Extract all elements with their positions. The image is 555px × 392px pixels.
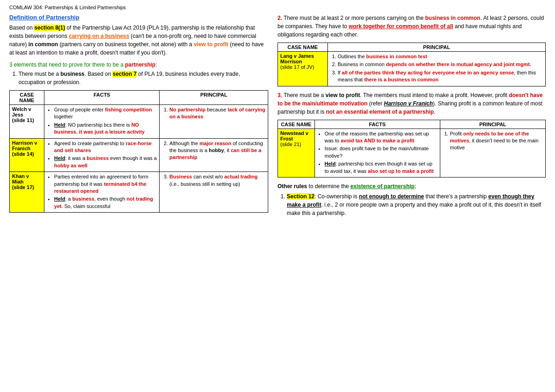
newstead-cell: Newstead v Frost(slide 21)	[278, 129, 315, 177]
principal-cell: No partnership because lack of carrying …	[160, 105, 268, 139]
other-rules-section: Other rules to determine the existence o…	[278, 182, 546, 217]
col-header-case-r: CASE NAME	[278, 43, 328, 52]
business-word: business	[61, 71, 85, 77]
business-in-common: business in common	[425, 15, 480, 21]
terminated: terminated b4 the restaurant opened	[54, 181, 146, 194]
bic-result: there is a business in common	[364, 77, 438, 82]
table-row: Newstead v Frost(slide 21) One of the re…	[278, 129, 546, 177]
case-name-cell: Welch v Jess(slide 11)	[10, 105, 44, 139]
hobby: hobby as well	[54, 163, 87, 168]
case-lang-cell: Lang v James Morrison(slide 17 of JV)	[278, 52, 328, 86]
not-trading: not trading yet	[54, 196, 153, 208]
col-header-principal-r: PRINCIPAL	[327, 43, 545, 52]
table-row: Welch v Jess(slide 11) Group of people e…	[10, 105, 268, 139]
page-title: COMLAW 304: Partnerships & Limited Partn…	[9, 5, 546, 10]
col-header-principal-r2: PRINCIPAL	[440, 120, 545, 129]
case-name-cell-2: Harrison v Franich(slide 14)	[10, 138, 44, 172]
lang-principal-cell: Outlines the business in common test Bus…	[327, 52, 545, 86]
not-enough: not enough to determine	[359, 193, 424, 200]
facts-cell-3: Parties entered into an agreement to for…	[44, 172, 160, 213]
section-highlight: section 8(1)	[34, 24, 65, 31]
other-rules-intro: Other rules to determine the existence o…	[278, 182, 546, 190]
col-header-case-r2: CASE NAME	[278, 120, 315, 129]
newstead-principal: Profit only needs to be one of the motiv…	[440, 129, 545, 177]
section-7: section 7	[112, 71, 136, 77]
section-title: Definition of Partnership	[9, 14, 268, 21]
point-2-num: 2.	[278, 15, 282, 21]
element-1: There must be a business. Based on secti…	[18, 70, 268, 86]
facts-cell-2: Agreed to create partnership to race-hor…	[44, 138, 160, 172]
only-needs: only needs to be one of the motives	[450, 131, 529, 143]
major-reason: major reason	[199, 141, 231, 146]
depends-on: depends on whether there is mutual agenc…	[386, 61, 531, 67]
table-row: Khan v Miah(slide 17) Parties entered in…	[10, 172, 268, 213]
right-case-table-1: CASE NAME PRINCIPAL Lang v James Morriso…	[278, 43, 546, 86]
view-to-profit-2: view to profit	[326, 92, 360, 98]
held-newstead: Held	[325, 161, 336, 166]
table-row: Harrison v Franich(slide 14) Agreed to c…	[10, 138, 268, 172]
work-together: work together for common benefit of all	[349, 23, 453, 30]
actual-trading: actual trading	[224, 174, 258, 179]
business-2: business	[86, 155, 109, 161]
leisure: it was just a leisure activity	[79, 129, 145, 135]
other-rules-word: Other rules	[278, 183, 307, 190]
business-exist: Business	[169, 174, 192, 179]
view-to-profit: view to profit	[194, 41, 228, 48]
held-word: Held	[54, 122, 65, 128]
held-word-3: Held	[54, 196, 65, 202]
principal-cell-3: Business can exist w/o actual trading (i…	[160, 172, 268, 213]
left-case-table: CASE NAME FACTS PRINCIPAL Welch v Jess(s…	[9, 90, 268, 213]
other-rules-list: Section 12: Co-ownership is not enough t…	[287, 192, 546, 217]
not-essential: not an essential element of a partnershi…	[326, 109, 434, 115]
hobby-word: hobby	[209, 147, 224, 153]
carrying-business: carrying on a business	[69, 33, 130, 39]
col-header-facts-r2: FACTS	[314, 120, 440, 129]
all-parties: all of the parties think they acting for…	[342, 70, 514, 75]
table-row: Lang v James Morrison(slide 17 of JV) Ou…	[278, 52, 546, 86]
elements-list: There must be a business. Based on secti…	[18, 70, 268, 86]
harrison-ref: Harrison v Franich	[384, 100, 433, 107]
elements-intro: 3 elements that need to prove for there …	[9, 61, 268, 68]
point-3-num: 3.	[278, 92, 282, 98]
col-header-facts: FACTS	[44, 91, 160, 105]
right-case-table-2: CASE NAME FACTS PRINCIPAL Newstead v Fro…	[278, 120, 546, 178]
right-column: 2. There must be at least 2 or more pers…	[278, 14, 546, 217]
existence-word: existence of partnership	[350, 183, 414, 190]
also-set-up: also set up to make a profit	[368, 168, 433, 174]
newstead-facts: One of the reasons the partnership was s…	[314, 129, 440, 177]
fishing-competition: fishing competition	[105, 107, 152, 112]
no-partnership: No partnership	[169, 107, 205, 112]
col-header-principal: PRINCIPAL	[160, 91, 268, 105]
col-header-case: CASE NAME	[10, 91, 44, 105]
section-12: Section 12	[287, 193, 314, 200]
other-rules-item-1: Section 12: Co-ownership is not enough t…	[287, 192, 546, 217]
held-word-2: Held	[54, 155, 65, 161]
business-3: business	[72, 196, 94, 202]
facts-cell: Group of people enter fishing competitio…	[44, 105, 160, 139]
race-horse: race-horse and sell shares	[54, 141, 152, 153]
point-2-text: 2. There must be at least 2 or more pers…	[278, 14, 546, 39]
avoid-tax: avoid tax AND to make a profit	[341, 138, 414, 143]
principal-cell-2: Although the major reason of conducting …	[160, 138, 268, 172]
intro-paragraph: Based on section 8(1) of the Partnership…	[9, 24, 268, 57]
point-3-text: 3. There must be a view to profit. The m…	[278, 91, 546, 116]
bic-test: business in common test	[366, 54, 427, 59]
partnership-word: partnership	[125, 61, 155, 68]
in-common: in common	[28, 41, 58, 48]
left-column: Definition of Partnership Based on secti…	[9, 14, 268, 217]
case-name-cell-3: Khan v Miah(slide 17)	[10, 172, 44, 213]
